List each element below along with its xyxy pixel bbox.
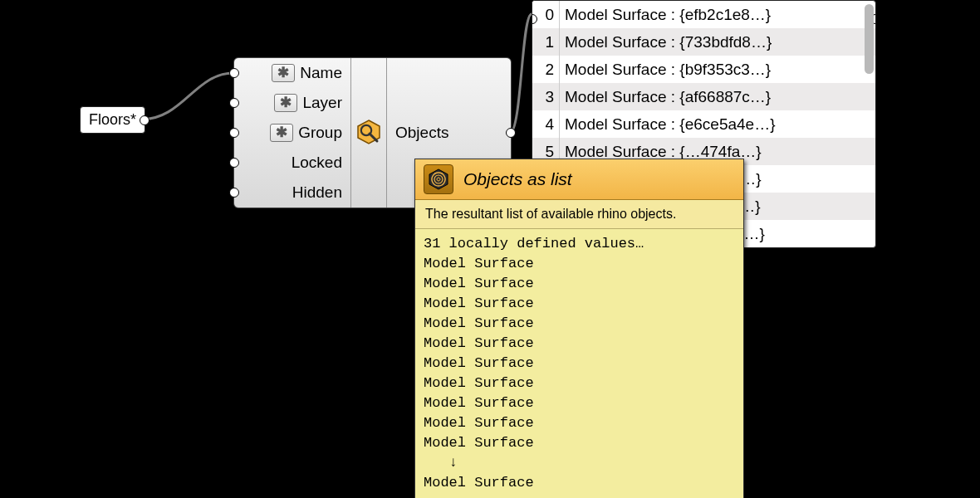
wildcard-icon[interactable]: ✱ bbox=[272, 64, 295, 82]
tooltip-description: The resultant list of available rhino ob… bbox=[415, 200, 743, 229]
tooltip-title: Objects as list bbox=[463, 169, 572, 189]
input-port-icon[interactable] bbox=[229, 128, 239, 138]
input-port-icon[interactable] bbox=[229, 98, 239, 108]
tooltip-popup: Objects as list The resultant list of av… bbox=[414, 159, 744, 498]
list-index: 1 bbox=[532, 28, 559, 56]
input-label: Hidden bbox=[292, 183, 345, 202]
output-port-icon[interactable] bbox=[140, 115, 149, 125]
tooltip-body: 31 locally defined values… Model Surface… bbox=[415, 229, 743, 498]
list-item[interactable]: Model Surface : {733bdfd8…} bbox=[560, 28, 875, 56]
output-port-icon[interactable] bbox=[506, 128, 516, 138]
list-item[interactable]: Model Surface : {e6ce5a4e…} bbox=[560, 110, 875, 138]
list-index: 4 bbox=[532, 110, 559, 138]
component-icon-area bbox=[351, 58, 387, 208]
input-row-layer[interactable]: ✱ Layer bbox=[234, 88, 350, 118]
wildcard-icon[interactable]: ✱ bbox=[270, 124, 293, 142]
list-index: 3 bbox=[532, 83, 559, 110]
input-label: Group bbox=[298, 124, 345, 142]
input-row-group[interactable]: ✱ Group bbox=[234, 118, 350, 148]
input-port-icon[interactable] bbox=[229, 188, 239, 198]
tooltip-header: Objects as list bbox=[415, 159, 743, 200]
component-inputs: ✱ Name ✱ Layer ✱ Group Locked Hidden bbox=[234, 58, 351, 208]
list-item[interactable]: Model Surface : {af66887c…} bbox=[560, 83, 875, 110]
text-panel-value: Floors* bbox=[89, 111, 136, 128]
input-label: Layer bbox=[302, 94, 345, 112]
list-index: 0 bbox=[532, 1, 559, 28]
list-item[interactable]: Model Surface : {efb2c1e8…} bbox=[560, 1, 875, 28]
query-objects-icon bbox=[355, 119, 383, 147]
input-row-hidden[interactable]: Hidden bbox=[234, 178, 350, 208]
output-row-objects[interactable]: Objects bbox=[387, 118, 511, 148]
list-index: 2 bbox=[532, 56, 559, 83]
input-label: Name bbox=[300, 64, 345, 82]
output-label: Objects bbox=[395, 124, 448, 142]
list-item[interactable]: Model Surface : {b9f353c3…} bbox=[560, 56, 875, 83]
scrollbar-thumb[interactable] bbox=[865, 4, 874, 74]
input-label: Locked bbox=[292, 154, 345, 172]
tooltip-icon bbox=[424, 164, 453, 194]
input-row-locked[interactable]: Locked bbox=[234, 148, 350, 178]
input-row-name[interactable]: ✱ Name bbox=[234, 58, 350, 88]
wildcard-icon[interactable]: ✱ bbox=[274, 94, 297, 112]
text-panel[interactable]: Floors* bbox=[80, 106, 145, 134]
input-port-icon[interactable] bbox=[229, 158, 239, 168]
input-port-icon[interactable] bbox=[229, 68, 239, 78]
